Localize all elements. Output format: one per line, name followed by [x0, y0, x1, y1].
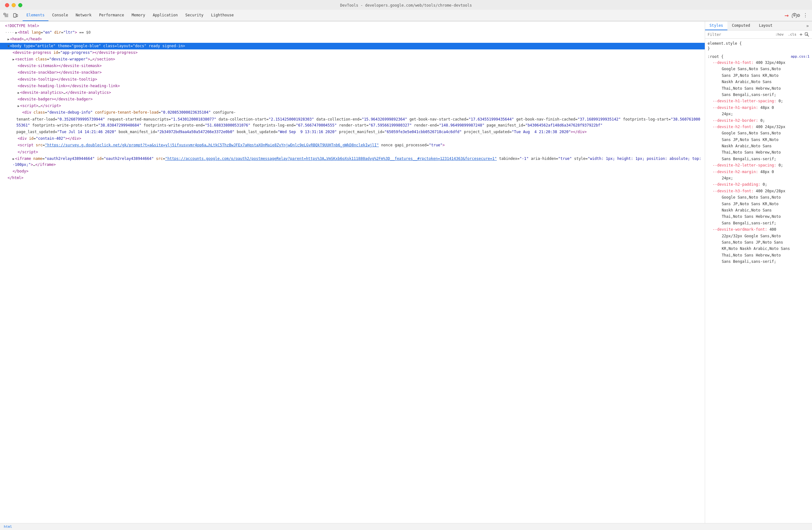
prop-h2-font: --devsite-h2-font: 400 24px/32px Google … — [708, 124, 810, 162]
prop-h3-font: --devsite-h3-font: 400 20px/28px Google … — [708, 188, 810, 226]
tab-computed[interactable]: Computed — [727, 22, 754, 30]
tab-layout[interactable]: Layout — [754, 22, 777, 30]
tab-application[interactable]: Application — [149, 10, 182, 21]
dom-devsite-snackbar[interactable]: <devsite-snackbar></devsite-snackbar> — [0, 69, 705, 76]
element-style-rule: element.style { } — [708, 41, 810, 51]
filter-add-icon[interactable]: + — [799, 32, 802, 37]
devtools-body: <!DOCTYPE html> ····<html lang="en" dir=… — [0, 22, 812, 523]
dom-devsite-tooltip[interactable]: <devsite-tooltip></devsite-tooltip> — [0, 76, 705, 83]
tab-styles[interactable]: Styles — [705, 22, 727, 30]
svg-point-6 — [14, 16, 15, 17]
minimize-button[interactable] — [12, 3, 16, 7]
dom-devsite-badger[interactable]: <devsite-badger></devsite-badger> — [0, 96, 705, 102]
devtools-tab-bar: Elements Console Network Performance Mem… — [0, 10, 812, 21]
status-bar: html — [0, 523, 812, 530]
filter-inspect-icon[interactable] — [804, 32, 810, 37]
root-rule: :root { app.css:1 --devsite-h1-font: 400… — [708, 54, 810, 265]
dom-devsite-sitemask[interactable]: <devsite-sitemask></devsite-sitemask> — [0, 62, 705, 69]
settings-icon[interactable]: ⚙ — [792, 11, 800, 19]
prop-h2-border: --devsite-h2-border: 0; — [708, 117, 810, 124]
dom-html-close: </html> — [0, 175, 705, 181]
dom-head-line[interactable]: <head>…</head> — [0, 36, 705, 42]
svg-rect-5 — [16, 14, 18, 17]
element-style-selector: element.style { — [708, 41, 810, 46]
dom-html-line[interactable]: ····<html lang="en" dir="ltr"> == $0 — [0, 29, 705, 36]
root-source[interactable]: app.css:1 — [791, 54, 810, 58]
prop-h1-margin: --devsite-h1-margin: 48px 0 24px; — [708, 104, 810, 117]
tab-memory[interactable]: Memory — [128, 10, 149, 21]
styles-tab-more-icon[interactable]: » — [803, 22, 812, 30]
dom-div-debug-info-2: page_last_updated="Tue Jul 14 14:21:46 2… — [0, 129, 705, 135]
title-bar: DevTools - developers.google.com/web/too… — [0, 3, 812, 10]
breadcrumb-html[interactable]: html — [4, 525, 12, 529]
dom-div-contain[interactable]: <div id="contain-402"></div> — [0, 135, 705, 142]
maximize-button[interactable] — [18, 3, 22, 7]
device-toggle-icon[interactable] — [12, 12, 19, 19]
traffic-lights — [5, 3, 22, 7]
dom-div-debug-info-continued: tenant-after-load="0.35260799995739944" … — [0, 116, 705, 129]
close-button[interactable] — [5, 3, 9, 7]
dom-iframe-line[interactable]: <iframe name="oauth2relay438944664" id="… — [0, 155, 705, 168]
tab-actions: → ⚙ ⋮ — [782, 11, 810, 19]
window-chrome: DevTools - developers.google.com/web/too… — [0, 0, 812, 22]
arrow-icon[interactable]: → — [782, 11, 791, 19]
window-title: DevTools - developers.google.com/web/too… — [340, 3, 472, 8]
styles-panel: Styles Computed Layout » :hov .cls + ele… — [705, 22, 812, 523]
dom-devsite-heading-link[interactable]: <devsite-heading-link></devsite-heading-… — [0, 83, 705, 89]
dom-body-line[interactable]: <body type="article" theme="google-blue"… — [0, 43, 705, 50]
prop-h1-font: --devsite-h1-font: 400 32px/40px Google … — [708, 59, 810, 98]
tab-security[interactable]: Security — [182, 10, 207, 21]
element-style-close: } — [708, 46, 810, 51]
styles-filter-input[interactable] — [708, 32, 772, 37]
filter-hov-toggle[interactable]: :hov — [774, 32, 785, 37]
dom-script-close: </script> — [0, 149, 705, 155]
inspect-element-icon[interactable] — [2, 12, 10, 19]
dom-script-survey[interactable]: <script src="https://survey.g.doubleclic… — [0, 142, 705, 149]
tab-elements[interactable]: Elements — [23, 10, 48, 21]
prop-wordmark-font: --devsite-wordmark-font: 400 22px/32px G… — [708, 226, 810, 265]
tab-network[interactable]: Network — [72, 10, 95, 21]
styles-filter-bar: :hov .cls + — [705, 30, 812, 39]
dom-script-line[interactable]: <script>…</script> — [0, 102, 705, 109]
root-selector: :root { app.css:1 — [708, 54, 810, 59]
tab-icons — [2, 12, 19, 19]
tab-performance[interactable]: Performance — [95, 10, 128, 21]
more-options-icon[interactable]: ⋮ — [801, 11, 810, 19]
styles-tabs: Styles Computed Layout » — [705, 22, 812, 30]
tab-lighthouse[interactable]: Lighthouse — [207, 10, 237, 21]
dom-panel[interactable]: <!DOCTYPE html> ····<html lang="en" dir=… — [0, 22, 705, 523]
filter-cls-toggle[interactable]: .cls — [787, 32, 798, 37]
prop-h2-padding: --devsite-h2-padding: 0; — [708, 181, 810, 187]
svg-rect-0 — [4, 13, 5, 15]
dom-div-debug-info[interactable]: <div class="devsite-debug-info" configur… — [0, 109, 705, 116]
tab-console[interactable]: Console — [48, 10, 72, 21]
prop-h1-letter-spacing: --devsite-h1-letter-spacing: 0; — [708, 98, 810, 104]
styles-content[interactable]: element.style { } :root { app.css:1 --de… — [705, 39, 812, 523]
prop-h2-margin: --devsite-h2-margin: 48px 0 24px; — [708, 169, 810, 182]
dom-doctype: <!DOCTYPE html> — [0, 23, 705, 29]
dom-body-close: </body> — [0, 168, 705, 175]
dom-section-wrapper[interactable]: <section class="devsite-wrapper">…</sect… — [0, 56, 705, 62]
dom-devsite-analytics[interactable]: <devsite-analytics>…</devsite-analytics> — [0, 89, 705, 96]
prop-h2-letter-spacing: --devsite-h2-letter-spacing: 0; — [708, 162, 810, 168]
dom-devsite-progress[interactable]: <devsite-progress id="app-progress"></de… — [0, 50, 705, 56]
